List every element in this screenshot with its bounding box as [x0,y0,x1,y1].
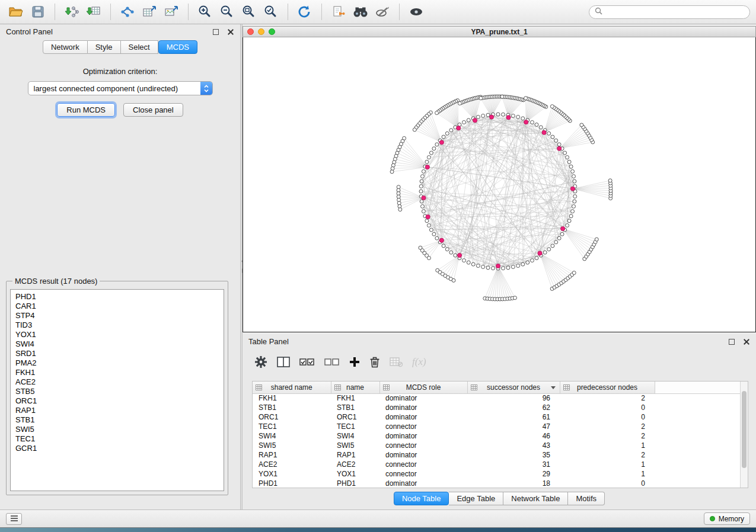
table-cell[interactable]: FKH1 [331,393,379,403]
table-cell[interactable]: 1 [560,469,655,479]
mcds-result-item[interactable]: SRD1 [15,349,224,358]
table-cell[interactable]: FKH1 [253,393,331,403]
graph-node[interactable] [539,126,543,129]
table-cell[interactable]: dominator [379,450,467,460]
table-tab-node-table[interactable]: Node Table [394,492,449,505]
graph-node[interactable] [432,232,436,236]
graph-node[interactable] [476,264,480,268]
graph-node[interactable] [502,267,505,270]
column-header-shared-name[interactable]: shared name [253,382,331,393]
table-cell[interactable]: 0 [560,403,655,412]
graph-node[interactable] [435,143,439,146]
table-cell[interactable]: dominator [379,479,467,488]
mcds-result-item[interactable]: ORC1 [15,396,224,406]
graph-leaf-node[interactable] [580,123,583,127]
table-cell[interactable]: PHD1 [253,479,331,488]
graph-node[interactable] [569,165,573,168]
float-panel-icon[interactable] [213,29,219,35]
memory-button[interactable]: Memory [704,512,750,525]
graph-node[interactable] [551,135,554,139]
column-header-successor-nodes[interactable]: successor nodes [467,382,560,393]
graph-node[interactable] [486,266,490,270]
table-cell[interactable]: ACE2 [331,460,379,469]
graph-node[interactable] [476,115,480,118]
graph-leaf-node[interactable] [572,271,576,274]
graph-node[interactable] [571,210,575,213]
zoom-selected-icon[interactable] [261,3,281,21]
tab-style[interactable]: Style [88,40,121,54]
table-row[interactable]: SWI5SWI5connector431 [253,441,740,450]
export-image-icon[interactable] [161,3,181,21]
graph-node[interactable] [422,169,425,173]
mcds-result-item[interactable]: YOX1 [15,330,224,339]
graph-node[interactable] [535,257,538,260]
zoom-fit-icon[interactable] [239,3,259,21]
graph-dominator-node[interactable] [473,118,477,123]
table-row[interactable]: SWI4SWI4dominator462 [253,431,740,441]
table-cell[interactable]: ACE2 [253,460,331,469]
zoom-out-icon[interactable] [217,3,237,21]
graph-node[interactable] [557,236,561,240]
column-header-mcds-role[interactable]: MCDS role [379,382,467,393]
table-row[interactable]: FKH1FKH1dominator962 [253,393,740,403]
graph-node[interactable] [516,264,520,268]
graph-dominator-node[interactable] [496,264,500,268]
graph-dominator-node[interactable] [538,251,542,255]
table-cell[interactable]: 2 [560,422,655,431]
graph-node[interactable] [516,115,520,118]
graph-node[interactable] [467,118,470,122]
mcds-result-item[interactable]: FKH1 [15,368,224,377]
table-cell[interactable]: 2 [560,450,655,460]
mcds-result-item[interactable]: PMA2 [15,358,224,368]
graph-node[interactable] [419,184,423,188]
graph-node[interactable] [445,132,449,135]
mcds-result-item[interactable]: STB5 [15,387,224,396]
table-row[interactable]: STB1STB1dominator620 [253,403,740,412]
table-cell[interactable]: dominator [379,393,467,403]
scrollbar-thumb[interactable] [742,391,747,468]
graph-node[interactable] [547,248,551,251]
graph-leaf-node[interactable] [398,208,402,211]
import-table-icon[interactable] [84,3,104,21]
import-network-icon[interactable] [62,3,82,21]
mcds-result-item[interactable]: GCR1 [15,444,224,453]
graph-dominator-node[interactable] [439,238,444,242]
graph-node[interactable] [526,261,529,264]
table-cell[interactable]: RAP1 [253,450,331,460]
graph-node[interactable] [427,156,430,159]
graph-node[interactable] [573,195,577,198]
graph-node[interactable] [471,262,475,266]
table-cell[interactable]: ORC1 [253,412,331,422]
graph-node[interactable] [569,214,573,218]
graph-node[interactable] [506,266,510,270]
graph-node[interactable] [543,251,547,254]
mcds-result-item[interactable]: SWI4 [15,339,224,349]
copy-document-icon[interactable] [328,3,349,21]
table-cell[interactable]: 29 [467,469,560,479]
table-cell[interactable]: 61 [467,412,560,422]
search-box[interactable] [589,5,750,19]
graph-node[interactable] [486,113,490,117]
table-cell[interactable]: dominator [379,431,467,441]
table-row[interactable]: ORC1ORC1dominator610 [253,412,740,422]
select-all-icon[interactable] [299,357,315,367]
graph-dominator-node[interactable] [524,120,528,124]
zoom-in-icon[interactable] [195,3,215,21]
graph-node[interactable] [454,254,457,257]
table-cell[interactable]: connector [379,460,467,469]
table-tab-edge-table[interactable]: Edge Table [449,492,503,505]
table-tab-network-table[interactable]: Network Table [503,492,568,505]
graph-leaf-node[interactable] [500,95,504,98]
graph-node[interactable] [567,160,571,164]
graph-leaf-node[interactable] [390,170,394,174]
graph-node[interactable] [563,151,567,155]
table-row[interactable]: PHD1PHD1dominator180 [253,479,740,488]
table-tab-motifs[interactable]: Motifs [568,492,605,505]
graph-dominator-node[interactable] [425,165,429,169]
graph-node[interactable] [554,241,558,244]
table-cell[interactable]: 2 [560,431,655,441]
graph-node[interactable] [530,120,534,124]
graph-node[interactable] [425,160,429,164]
graph-leaf-node[interactable] [458,101,461,105]
mcds-result-item[interactable]: SWI5 [15,425,224,434]
